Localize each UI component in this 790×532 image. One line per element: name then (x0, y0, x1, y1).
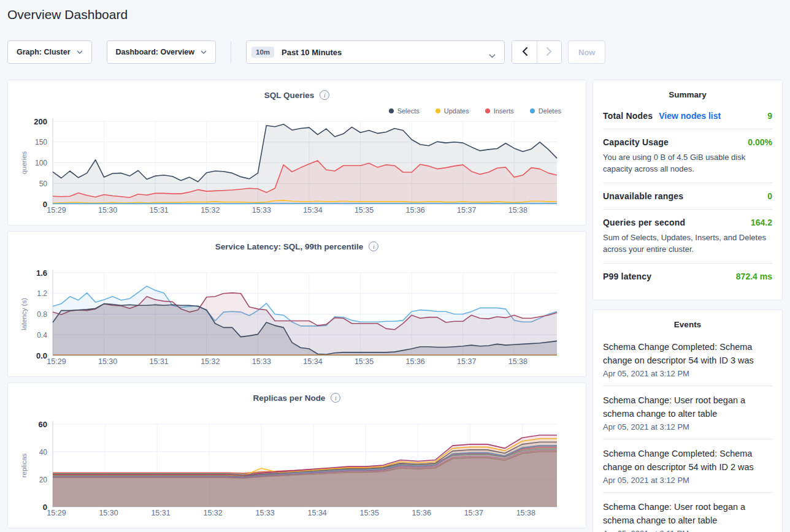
events-title: Events (603, 320, 772, 329)
svg-text:15:35: 15:35 (360, 509, 379, 517)
svg-text:15:33: 15:33 (252, 206, 271, 215)
svg-text:200: 200 (34, 117, 47, 126)
summary-row-capacity: Capacity Usage 0.00% (603, 129, 772, 147)
svg-text:15:38: 15:38 (508, 206, 527, 215)
events-panel: Events Schema Change Completed: Schema c… (592, 310, 783, 532)
svg-text:15:32: 15:32 (201, 357, 220, 366)
svg-text:40: 40 (39, 448, 48, 457)
dashboard-dropdown[interactable]: Dashboard: Overview (107, 40, 217, 64)
view-nodes-link[interactable]: View nodes list (659, 111, 721, 121)
now-button[interactable]: Now (568, 40, 605, 64)
events-list: Schema Change Completed: Schema change o… (603, 333, 772, 532)
prev-time-button[interactable] (512, 41, 537, 63)
event-text: Schema Change Completed: Schema change o… (603, 340, 772, 367)
svg-text:15:36: 15:36 (406, 206, 425, 215)
summary-row-qps: Queries per second 164.2 (603, 210, 772, 227)
chevron-left-icon (522, 47, 527, 58)
svg-text:15:36: 15:36 (412, 509, 431, 517)
svg-text:15:37: 15:37 (457, 357, 476, 366)
unavailable-ranges-value: 0 (767, 191, 772, 201)
chevron-down-icon (489, 51, 496, 60)
p99-latency-value: 872.4 ms (736, 272, 772, 281)
svg-text:15:33: 15:33 (255, 509, 274, 517)
graph-dropdown-label: Graph: Cluster (17, 48, 71, 56)
summary-row-p99: P99 latency 872.4 ms (603, 264, 772, 281)
chart-legend: SelectsUpdatesInsertsDeletes (389, 107, 561, 115)
event-timestamp: Apr 05, 2021 at 3:12 PM (603, 369, 772, 378)
legend-dot (435, 108, 440, 113)
svg-text:20: 20 (39, 476, 48, 484)
svg-text:15:30: 15:30 (99, 509, 118, 517)
svg-text:0.8: 0.8 (37, 310, 47, 319)
chevron-right-icon (546, 47, 552, 58)
event-item[interactable]: Schema Change Completed: Schema change o… (603, 333, 772, 386)
svg-text:15:30: 15:30 (98, 357, 117, 366)
summary-row-total-nodes: Total Nodes View nodes list 9 (603, 103, 772, 121)
time-range-badge: 10m (251, 47, 274, 58)
service-latency-chart[interactable]: 15:2915:3015:3115:3215:3315:3415:3515:36… (8, 266, 587, 370)
svg-text:15:34: 15:34 (303, 357, 322, 366)
toolbar-divider (231, 41, 231, 63)
info-icon[interactable]: i (331, 393, 340, 403)
svg-text:0.4: 0.4 (37, 331, 47, 340)
chart-title: Replicas per Node (253, 393, 326, 403)
svg-text:replicas: replicas (20, 453, 28, 477)
svg-text:15:29: 15:29 (47, 206, 66, 215)
chart-header: Replicas per Node i (8, 393, 586, 403)
event-item[interactable]: Schema Change: User root began a schema … (603, 493, 772, 532)
svg-text:1.2: 1.2 (37, 289, 47, 298)
chevron-down-icon (201, 50, 207, 54)
time-range-label: Past 10 Minutes (282, 48, 342, 57)
time-step-group (512, 40, 562, 64)
svg-text:60: 60 (39, 420, 47, 429)
dashboard-dropdown-label: Dashboard: Overview (116, 48, 195, 56)
replicas-per-node-chart[interactable]: 15:2915:3015:3115:3215:3315:3415:3515:36… (8, 417, 587, 522)
event-item[interactable]: Schema Change Completed: Schema change o… (603, 439, 772, 493)
total-nodes-value: 9 (767, 111, 772, 121)
qps-label: Queries per second (603, 218, 685, 227)
svg-text:50: 50 (39, 180, 48, 188)
event-text: Schema Change: User root began a schema … (603, 393, 772, 420)
svg-text:15:31: 15:31 (151, 509, 170, 517)
p99-latency-label: P99 latency (603, 272, 651, 281)
svg-text:queries: queries (20, 151, 28, 174)
event-timestamp: Apr 05, 2021 at 3:11 PM (603, 529, 772, 532)
graph-dropdown[interactable]: Graph: Cluster (7, 40, 92, 64)
svg-text:15:35: 15:35 (355, 206, 374, 215)
capacity-description: You are using 0 B of 4.5 GiB usable disk… (603, 151, 772, 175)
time-range-picker[interactable]: 10m Past 10 Minutes (246, 40, 505, 64)
legend-item-updates: Updates (435, 107, 469, 115)
sql-queries-card: SQL Queries i SelectsUpdatesInsertsDelet… (7, 80, 586, 226)
event-text: Schema Change: User root began a schema … (603, 500, 772, 527)
sql-queries-chart[interactable]: 15:2915:3015:3115:3215:3315:3415:3515:36… (8, 115, 587, 219)
event-text: Schema Change Completed: Schema change o… (603, 447, 772, 474)
info-icon[interactable]: i (320, 90, 329, 100)
capacity-label: Capacity Usage (603, 137, 669, 147)
svg-text:15:37: 15:37 (457, 206, 476, 215)
chevron-down-icon (77, 50, 83, 54)
legend-item-selects: Selects (389, 107, 420, 115)
svg-text:15:38: 15:38 (508, 357, 527, 366)
svg-text:15:34: 15:34 (303, 206, 322, 215)
svg-text:0.0: 0.0 (36, 351, 47, 360)
event-timestamp: Apr 05, 2021 at 3:12 PM (603, 476, 772, 485)
svg-text:15:35: 15:35 (355, 357, 374, 366)
svg-text:15:38: 15:38 (516, 509, 535, 517)
chart-header: SQL Queries i (8, 90, 586, 100)
info-icon[interactable]: i (369, 241, 378, 251)
qps-value: 164.2 (751, 218, 772, 227)
svg-text:0: 0 (43, 200, 47, 209)
event-item[interactable]: Schema Change: User root began a schema … (603, 386, 772, 439)
next-time-button[interactable] (537, 41, 561, 63)
toolbar: Graph: Cluster Dashboard: Overview 10m P… (7, 40, 605, 64)
svg-text:15:31: 15:31 (150, 357, 169, 366)
svg-text:15:32: 15:32 (203, 509, 222, 517)
svg-text:15:34: 15:34 (308, 509, 327, 517)
legend-dot (389, 108, 394, 113)
summary-panel: Summary Total Nodes View nodes list 9 Ca… (592, 80, 783, 300)
svg-text:15:30: 15:30 (98, 206, 117, 215)
svg-text:15:29: 15:29 (47, 509, 66, 517)
legend-item-deletes: Deletes (530, 107, 561, 115)
svg-text:15:33: 15:33 (252, 357, 271, 366)
capacity-value: 0.00% (748, 137, 772, 147)
